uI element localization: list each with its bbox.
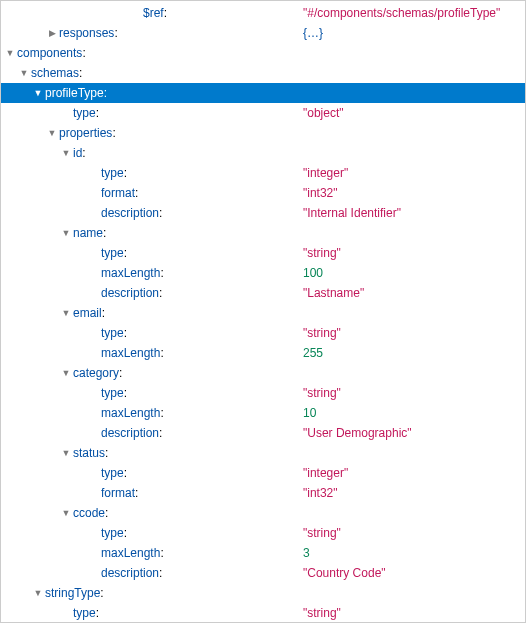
chevron-down-icon[interactable]: ▼ (33, 583, 43, 603)
tree-value: 10 (303, 403, 316, 423)
tree-row-properties[interactable]: ▼properties: (1, 123, 525, 143)
tree-value: 255 (303, 343, 323, 363)
colon: : (160, 543, 163, 563)
colon: : (96, 103, 99, 123)
tree-key: type (101, 323, 124, 343)
colon: : (124, 163, 127, 183)
tree-row-description[interactable]: ▶description:"Country Code" (1, 563, 525, 583)
tree-value: "Country Code" (303, 563, 386, 583)
tree-row-format[interactable]: ▶format:"int32" (1, 183, 525, 203)
tree-row-name[interactable]: ▼name: (1, 223, 525, 243)
colon: : (119, 363, 122, 383)
tree-row-email[interactable]: ▼email: (1, 303, 525, 323)
chevron-down-icon[interactable]: ▼ (47, 123, 57, 143)
tree-row-maxLength[interactable]: ▶maxLength:3 (1, 543, 525, 563)
tree-row-description[interactable]: ▶description:"User Demographic" (1, 423, 525, 443)
tree-value: "string" (303, 603, 341, 623)
tree-key: name (73, 223, 103, 243)
tree-row-components[interactable]: ▼components: (1, 43, 525, 63)
tree-row-type[interactable]: ▶type:"string" (1, 243, 525, 263)
tree-value: {…} (303, 23, 323, 43)
tree-key: type (73, 603, 96, 623)
tree-row-description[interactable]: ▶description:"Lastname" (1, 283, 525, 303)
colon: : (124, 323, 127, 343)
tree-row-type[interactable]: ▶type:"integer" (1, 163, 525, 183)
tree-key: ccode (73, 503, 105, 523)
chevron-down-icon[interactable]: ▼ (33, 83, 43, 103)
tree-row-maxLength[interactable]: ▶maxLength:100 (1, 263, 525, 283)
colon: : (112, 123, 115, 143)
colon: : (103, 223, 106, 243)
tree-row-maxLength[interactable]: ▶maxLength:255 (1, 343, 525, 363)
tree-row-schemas[interactable]: ▼schemas: (1, 63, 525, 83)
tree-value: "integer" (303, 163, 348, 183)
colon: : (135, 483, 138, 503)
tree-value: "int32" (303, 483, 338, 503)
tree-row-responses[interactable]: ▶responses:{…} (1, 23, 525, 43)
tree-row-type[interactable]: ▶type:"string" (1, 323, 525, 343)
tree-key: type (73, 103, 96, 123)
tree-row-id[interactable]: ▼id: (1, 143, 525, 163)
colon: : (82, 143, 85, 163)
chevron-down-icon[interactable]: ▼ (61, 143, 71, 163)
tree-row-$ref[interactable]: ▶$ref:"#/components/schemas/profileType" (1, 3, 525, 23)
tree-key: type (101, 243, 124, 263)
colon: : (124, 463, 127, 483)
tree-row-profileType[interactable]: ▼profileType: (1, 83, 525, 103)
tree-row-format[interactable]: ▶format:"int32" (1, 483, 525, 503)
chevron-down-icon[interactable]: ▼ (61, 303, 71, 323)
tree-value: "string" (303, 243, 341, 263)
chevron-down-icon[interactable]: ▼ (61, 363, 71, 383)
tree-key: status (73, 443, 105, 463)
json-tree: ▶$ref:"#/components/schemas/profileType"… (1, 1, 525, 623)
tree-key: email (73, 303, 102, 323)
colon: : (135, 183, 138, 203)
tree-row-type[interactable]: ▶type:"string" (1, 523, 525, 543)
tree-key: description (101, 203, 159, 223)
chevron-down-icon[interactable]: ▼ (61, 443, 71, 463)
tree-value: 100 (303, 263, 323, 283)
tree-value: "string" (303, 323, 341, 343)
tree-key: id (73, 143, 82, 163)
colon: : (114, 23, 117, 43)
colon: : (105, 443, 108, 463)
tree-value: "object" (303, 103, 344, 123)
chevron-right-icon[interactable]: ▶ (47, 23, 57, 43)
colon: : (160, 403, 163, 423)
colon: : (164, 3, 167, 23)
tree-value: "User Demographic" (303, 423, 412, 443)
tree-key: responses (59, 23, 114, 43)
tree-key: description (101, 423, 159, 443)
tree-key: stringType (45, 583, 100, 603)
tree-row-ccode[interactable]: ▼ccode: (1, 503, 525, 523)
tree-row-stringType[interactable]: ▼stringType: (1, 583, 525, 603)
colon: : (100, 583, 103, 603)
tree-key: maxLength (101, 543, 160, 563)
tree-row-type[interactable]: ▶type:"integer" (1, 463, 525, 483)
tree-row-type[interactable]: ▶type:"string" (1, 603, 525, 623)
tree-key: description (101, 563, 159, 583)
tree-row-description[interactable]: ▶description:"Internal Identifier" (1, 203, 525, 223)
colon: : (96, 603, 99, 623)
tree-key: schemas (31, 63, 79, 83)
tree-value: "Internal Identifier" (303, 203, 401, 223)
colon: : (124, 383, 127, 403)
chevron-down-icon[interactable]: ▼ (19, 63, 29, 83)
chevron-down-icon[interactable]: ▼ (61, 223, 71, 243)
tree-row-maxLength[interactable]: ▶maxLength:10 (1, 403, 525, 423)
chevron-down-icon[interactable]: ▼ (5, 43, 15, 63)
colon: : (124, 523, 127, 543)
tree-key: description (101, 283, 159, 303)
colon: : (160, 343, 163, 363)
colon: : (159, 203, 162, 223)
tree-row-type[interactable]: ▶type:"string" (1, 383, 525, 403)
chevron-down-icon[interactable]: ▼ (61, 503, 71, 523)
tree-row-type[interactable]: ▶type:"object" (1, 103, 525, 123)
colon: : (159, 283, 162, 303)
tree-value: "int32" (303, 183, 338, 203)
tree-key: $ref (143, 3, 164, 23)
tree-value: "Lastname" (303, 283, 364, 303)
tree-row-category[interactable]: ▼category: (1, 363, 525, 383)
tree-row-status[interactable]: ▼status: (1, 443, 525, 463)
tree-value: "integer" (303, 463, 348, 483)
